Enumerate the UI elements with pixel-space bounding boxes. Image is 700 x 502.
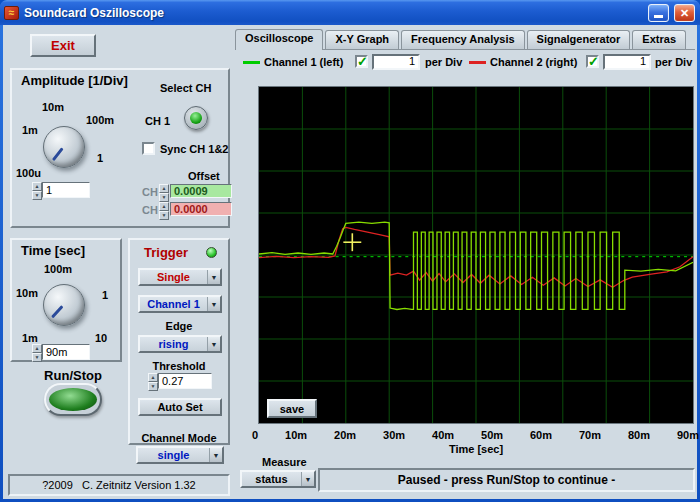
channel-mode-dropdown[interactable]: single ▼ xyxy=(136,446,224,464)
time-knob[interactable] xyxy=(43,284,85,326)
spinner-buttons: ▲▼ xyxy=(159,184,169,198)
exit-button[interactable]: Exit xyxy=(30,34,96,57)
time-knob-label: 1 xyxy=(102,289,108,301)
threshold-field[interactable]: 0.27 xyxy=(158,373,212,389)
spinner-down-icon[interactable]: ▼ xyxy=(148,382,158,391)
offset-ch2-field[interactable]: 0.0000 xyxy=(170,202,232,216)
ch2-scale-field[interactable]: 1 xyxy=(603,54,651,70)
spinner-up-icon[interactable]: ▲ xyxy=(148,373,158,382)
exit-button-label: Exit xyxy=(51,38,75,53)
time-group: Time [sec] 100m 10m 1m 1 10 ▲▼ 90m xyxy=(10,238,122,362)
run-stop-button[interactable] xyxy=(44,383,102,416)
threshold-label: Threshold xyxy=(130,360,228,372)
spinner-up-icon[interactable]: ▲ xyxy=(32,182,42,191)
time-knob-pointer xyxy=(36,277,92,333)
measure-dropdown[interactable]: status ▼ xyxy=(240,470,316,488)
oscilloscope-canvas[interactable] xyxy=(259,87,693,423)
spinner-down-icon[interactable]: ▼ xyxy=(32,353,42,362)
x-tick: 90m xyxy=(677,429,699,441)
edge-label: Edge xyxy=(130,320,228,332)
ch1-per-div-label: per Div xyxy=(425,56,462,68)
ch1-select-label: CH 1 xyxy=(145,115,170,127)
ch1-visible-checkbox[interactable] xyxy=(355,55,368,68)
x-axis-label: Time [sec] xyxy=(258,443,694,455)
tab-oscilloscope[interactable]: Oscilloscope xyxy=(235,29,323,50)
x-tick: 80m xyxy=(628,429,650,441)
chevron-down-icon[interactable]: ▼ xyxy=(207,270,220,284)
sync-ch-checkbox[interactable] xyxy=(142,142,155,155)
ch1-select-button[interactable] xyxy=(184,106,208,130)
x-tick: 70m xyxy=(579,429,601,441)
ch2-color-line xyxy=(469,61,486,64)
tab-bar: Oscilloscope X-Y Graph Frequency Analysi… xyxy=(235,29,695,50)
select-ch-label: Select CH xyxy=(160,82,211,94)
amplitude-knob-label: 100m xyxy=(86,114,114,126)
spinner-up-icon[interactable]: ▲ xyxy=(159,184,169,193)
chevron-down-icon[interactable]: ▼ xyxy=(207,297,220,311)
title-bar[interactable]: ≈ Soundcard Oszilloscope ✕ xyxy=(0,0,700,25)
amplitude-knob-label: 1m xyxy=(22,124,38,136)
tab-extras[interactable]: Extras xyxy=(632,30,686,49)
trigger-channel-dropdown[interactable]: Channel 1 ▼ xyxy=(138,295,222,313)
auto-set-button[interactable]: Auto Set xyxy=(138,398,222,416)
x-tick: 20m xyxy=(334,429,356,441)
amplitude-value-field[interactable]: 1 xyxy=(42,182,90,198)
tab-xy-graph[interactable]: X-Y Graph xyxy=(325,30,399,49)
chevron-down-icon[interactable]: ▼ xyxy=(207,337,220,351)
amplitude-knob-label: 1 xyxy=(97,152,103,164)
ch1-color-line xyxy=(243,61,260,64)
x-axis-ticks: 0 10m 20m 30m 40m 50m 60m 70m 80m 90m xyxy=(252,429,699,441)
spinner-buttons: ▲▼ xyxy=(159,202,169,216)
ch2-visible-checkbox[interactable] xyxy=(586,55,599,68)
chevron-down-icon[interactable]: ▼ xyxy=(301,472,314,486)
spinner-buttons: ▲▼ xyxy=(32,182,42,198)
window-title: Soundcard Oszilloscope xyxy=(24,6,164,20)
trigger-title: Trigger xyxy=(144,245,188,260)
trigger-group: Trigger Single ▼ Channel 1 ▼ Edge rising… xyxy=(128,238,230,445)
trigger-led xyxy=(206,247,217,258)
spinner-down-icon[interactable]: ▼ xyxy=(159,211,169,220)
time-knob-label: 10 xyxy=(95,332,107,344)
amplitude-knob[interactable] xyxy=(43,126,85,168)
time-knob-label: 10m xyxy=(16,287,38,299)
amplitude-knob-label: 10m xyxy=(42,101,64,113)
auto-set-label: Auto Set xyxy=(157,401,202,413)
time-title: Time [sec] xyxy=(21,243,85,258)
app-icon: ≈ xyxy=(4,6,19,20)
offset-label: Offset xyxy=(188,170,220,182)
run-stop-label: Run/Stop xyxy=(36,368,110,383)
app-window: ≈ Soundcard Oszilloscope ✕ Exit Amplitud… xyxy=(0,0,700,502)
offset-ch2-spin-buttons: ▲▼ xyxy=(159,202,169,216)
time-value-field[interactable]: 90m xyxy=(42,344,90,360)
ch1-scale-field[interactable]: 1 xyxy=(372,54,420,70)
spinner-down-icon[interactable]: ▼ xyxy=(159,193,169,202)
spinner-down-icon[interactable]: ▼ xyxy=(32,191,42,200)
status-bar: Paused - press Run/Stop to continue - xyxy=(318,468,695,492)
x-tick: 10m xyxy=(285,429,307,441)
offset-ch1-field[interactable]: 0.0009 xyxy=(170,184,232,198)
time-value-spinner: ▲▼ 90m xyxy=(32,344,90,360)
trigger-mode-dropdown[interactable]: Single ▼ xyxy=(138,268,222,286)
trigger-edge-value: rising xyxy=(140,337,207,351)
main-content: Exit Amplitude [1/Div] 10m 100m 1m 1 100… xyxy=(3,25,697,499)
close-button[interactable]: ✕ xyxy=(674,4,695,22)
tab-signalgenerator[interactable]: Signalgenerator xyxy=(527,30,631,49)
spinner-up-icon[interactable]: ▲ xyxy=(32,344,42,353)
ch2-per-div-label: per Div xyxy=(655,56,692,68)
x-tick: 30m xyxy=(383,429,405,441)
oscilloscope-plot[interactable] xyxy=(258,86,694,424)
measure-label: Measure xyxy=(262,456,307,468)
chevron-down-icon[interactable]: ▼ xyxy=(209,448,222,462)
x-tick: 60m xyxy=(530,429,552,441)
amplitude-group: Amplitude [1/Div] 10m 100m 1m 1 100u Sel… xyxy=(10,68,230,228)
amplitude-value-spinner: ▲▼ 1 xyxy=(32,182,90,198)
minimize-button[interactable] xyxy=(648,4,669,22)
spinner-up-icon[interactable]: ▲ xyxy=(159,202,169,211)
amplitude-knob-pointer xyxy=(36,119,92,175)
save-button[interactable]: save xyxy=(267,399,317,418)
x-tick: 0 xyxy=(252,429,258,441)
x-tick: 40m xyxy=(432,429,454,441)
ch2-legend-label: Channel 2 (right) xyxy=(490,56,577,68)
tab-frequency-analysis[interactable]: Frequency Analysis xyxy=(401,30,525,49)
trigger-edge-dropdown[interactable]: rising ▼ xyxy=(138,335,222,353)
